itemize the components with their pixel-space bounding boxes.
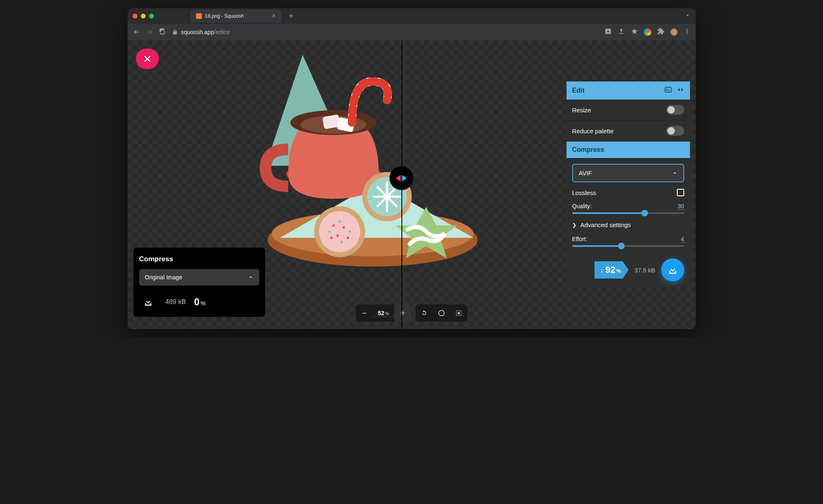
resize-row: Resize: [567, 100, 690, 121]
install-app-icon[interactable]: [604, 28, 612, 37]
chevron-down-icon: [672, 170, 678, 176]
download-icon: [143, 297, 154, 307]
reduce-palette-row: Reduce palette: [567, 121, 690, 142]
swap-sides-icon[interactable]: [677, 86, 684, 95]
triangle-left-icon: [396, 175, 401, 181]
browser-menu-icon[interactable]: [683, 28, 691, 37]
svg-point-21: [330, 237, 333, 239]
extension-lighthouse-icon[interactable]: [644, 28, 651, 36]
cli-icon[interactable]: [664, 86, 672, 95]
svg-point-17: [332, 224, 335, 227]
svg-point-20: [347, 237, 349, 239]
download-right-button[interactable]: [661, 258, 684, 281]
edit-section-header: Edit: [567, 81, 690, 100]
tab-favicon-icon: [196, 13, 202, 19]
svg-point-22: [338, 220, 341, 223]
download-left-button[interactable]: [139, 293, 157, 311]
url-host: squoosh.app: [181, 29, 214, 35]
left-codec-value: Original Image: [145, 274, 182, 281]
effort-label: Effort:: [572, 236, 588, 243]
right-filesize: 37.9 kB: [634, 267, 655, 274]
comparison-divider-handle[interactable]: [389, 166, 413, 190]
codec-value: AVIF: [579, 170, 592, 177]
advanced-settings-toggle[interactable]: ❯ Advanced settings: [572, 221, 684, 228]
extensions-puzzle-icon[interactable]: [657, 28, 664, 37]
output-stats-row: ↓ 92 % 37.9 kB: [572, 254, 684, 281]
compress-section-header: Compress: [567, 142, 690, 158]
compress-panel-body: AVIF Lossless Quality: 30: [567, 158, 690, 287]
quality-slider[interactable]: [572, 212, 684, 214]
browser-tab[interactable]: 18.png - Squoosh ×: [190, 9, 282, 23]
zoom-in-button[interactable]: +: [394, 304, 411, 322]
app-canvas: Compress Original Image 489 kB 0% Edit: [128, 40, 696, 329]
lossless-label: Lossless: [572, 189, 596, 196]
savings-badge: ↓ 92 %: [595, 261, 629, 279]
svg-point-25: [340, 241, 343, 243]
svg-point-28: [439, 310, 444, 316]
reload-button[interactable]: [159, 28, 166, 36]
effort-value[interactable]: 4: [681, 236, 684, 243]
close-editor-button[interactable]: [136, 49, 159, 69]
left-stats: 489 kB 0%: [139, 293, 259, 311]
zoom-controls: − 52% +: [356, 304, 411, 322]
resize-label: Resize: [572, 107, 591, 114]
chevron-right-icon: ❯: [572, 222, 576, 228]
quality-slider-row: Quality: 30: [572, 203, 684, 214]
browser-toolbar-icons: [604, 28, 691, 37]
left-compress-panel: Compress Original Image 489 kB 0%: [133, 248, 265, 317]
svg-rect-27: [665, 87, 671, 92]
savings-percent: 92: [606, 265, 616, 275]
window-traffic-lights: [133, 14, 154, 19]
compress-header-label: Compress: [572, 146, 604, 153]
svg-point-23: [349, 230, 351, 233]
transparency-grid-button[interactable]: [450, 304, 467, 322]
quality-value[interactable]: 30: [678, 203, 684, 210]
advanced-settings-label: Advanced settings: [581, 221, 631, 228]
reduce-palette-label: Reduce palette: [572, 128, 614, 135]
tab-title: 18.png - Squoosh: [205, 13, 244, 19]
right-settings-panel: Edit Resize Reduce palette Compress AVIF: [567, 81, 690, 287]
address-bar: squoosh.app/editor: [128, 24, 696, 40]
minimize-window-button[interactable]: [141, 14, 146, 19]
lock-icon: [172, 29, 178, 35]
back-button[interactable]: [133, 28, 140, 36]
forward-button[interactable]: [146, 28, 153, 36]
quality-label: Quality:: [572, 203, 592, 210]
rotate-icon: [420, 309, 428, 317]
url-field[interactable]: squoosh.app/editor: [172, 29, 599, 35]
arrow-down-icon: ↓: [600, 266, 604, 275]
background-toggle-button[interactable]: [433, 304, 450, 322]
effort-slider-row: Effort: 4: [572, 236, 684, 247]
preview-image[interactable]: [255, 55, 490, 273]
rotate-button[interactable]: [415, 304, 433, 322]
share-icon[interactable]: [618, 28, 625, 37]
grid-icon: [455, 309, 463, 317]
canvas-action-group: [415, 304, 467, 322]
browser-window: 18.png - Squoosh × + squoosh.app/editor: [128, 8, 696, 329]
tab-close-button[interactable]: ×: [272, 12, 275, 20]
left-filesize: 489 kB: [166, 298, 186, 306]
extension-avatar-icon[interactable]: [670, 28, 678, 36]
triangle-right-icon: [402, 175, 407, 181]
tabs-menu-button[interactable]: [684, 12, 691, 20]
maximize-window-button[interactable]: [149, 14, 154, 19]
close-window-button[interactable]: [133, 14, 138, 19]
left-codec-select[interactable]: Original Image: [139, 269, 259, 286]
svg-point-24: [328, 230, 331, 233]
download-icon: [667, 264, 678, 276]
bookmark-star-icon[interactable]: [631, 28, 638, 37]
edit-header-label: Edit: [572, 87, 585, 94]
lossless-checkbox[interactable]: [677, 189, 684, 196]
left-percent: 0%: [194, 296, 205, 308]
zoom-value[interactable]: 52%: [373, 310, 394, 317]
titlebar: 18.png - Squoosh × +: [128, 8, 696, 24]
zoom-out-button[interactable]: −: [356, 304, 373, 322]
preview-illustration: [255, 55, 490, 273]
chevron-down-icon: [248, 274, 254, 280]
new-tab-button[interactable]: +: [285, 12, 298, 21]
codec-select[interactable]: AVIF: [572, 164, 684, 182]
effort-slider[interactable]: [572, 245, 684, 247]
svg-point-19: [336, 235, 339, 237]
reduce-palette-toggle[interactable]: [666, 126, 684, 136]
resize-toggle[interactable]: [666, 105, 684, 115]
